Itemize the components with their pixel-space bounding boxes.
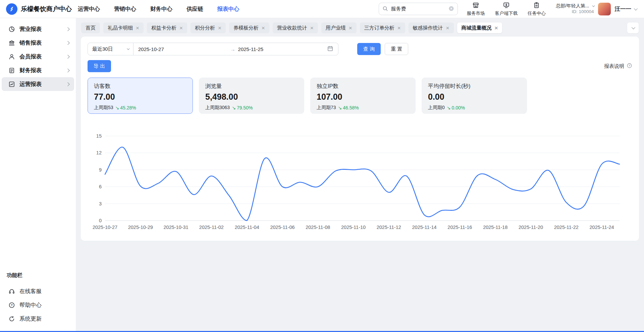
date-preset-select[interactable]: 最近30日 bbox=[88, 43, 133, 55]
client-download-icon bbox=[503, 2, 510, 10]
svg-text:2025-10-29: 2025-10-29 bbox=[128, 225, 153, 230]
svg-text:2025-11-12: 2025-11-12 bbox=[377, 225, 401, 230]
avatar[interactable] bbox=[598, 3, 611, 15]
end-date: 2025-11-25 bbox=[238, 46, 264, 52]
tab-gift-card-detail[interactable]: 礼品卡明细 × bbox=[103, 22, 144, 33]
clear-search-icon[interactable] bbox=[448, 6, 454, 12]
app-logo-icon bbox=[6, 3, 17, 15]
sidebar-item-sales-report[interactable]: 销售报表 bbox=[2, 36, 74, 50]
nav-supply-chain[interactable]: 供应链 bbox=[186, 5, 203, 13]
client-download-button[interactable]: 客户端下载 bbox=[495, 2, 518, 16]
svg-text:9: 9 bbox=[99, 167, 102, 173]
merchant-id: ID: 100004 bbox=[556, 9, 594, 15]
chevron-down-icon bbox=[592, 4, 595, 7]
question-circle-icon: ? bbox=[8, 302, 15, 309]
chevron-down-icon bbox=[632, 26, 635, 29]
close-icon[interactable]: × bbox=[349, 25, 352, 31]
nav-finance-center[interactable]: 财务中心 bbox=[150, 5, 172, 13]
tab-coupon-template-analysis[interactable]: 券模板分析 × bbox=[229, 22, 269, 33]
sidebar-item-online-service[interactable]: 在线客服 bbox=[2, 284, 74, 298]
sidebar-item-business-report[interactable]: 营业报表 bbox=[2, 22, 74, 36]
nav-report-center[interactable]: 报表中心 bbox=[217, 5, 239, 13]
svg-text:2025-11-16: 2025-11-16 bbox=[447, 225, 472, 230]
delta-percent: 46.58% bbox=[343, 105, 359, 110]
search-icon bbox=[382, 6, 388, 12]
bank-icon bbox=[8, 40, 15, 46]
stat-card-pageviews[interactable]: 浏览量 5,498.00 上周期3063 ↘79.50% bbox=[199, 78, 304, 114]
stat-card-visitors[interactable]: 访客数 77.00 上周期53 ↘45.28% bbox=[88, 78, 193, 114]
svg-text:2025-11-10: 2025-11-10 bbox=[341, 225, 366, 230]
chevron-down-icon bbox=[127, 47, 129, 50]
close-icon[interactable]: × bbox=[397, 25, 401, 31]
traffic-trend-chart: 036912152025-10-272025-10-292025-10-3120… bbox=[88, 131, 632, 232]
close-icon[interactable]: × bbox=[310, 25, 314, 31]
svg-text:2025-11-04: 2025-11-04 bbox=[235, 225, 259, 230]
tab-sensitive-operation-stats[interactable]: 敏感操作统计 × bbox=[409, 22, 454, 33]
svg-text:6: 6 bbox=[99, 184, 102, 189]
close-icon[interactable]: × bbox=[495, 25, 498, 31]
close-icon[interactable]: × bbox=[446, 25, 449, 31]
delta-percent: 79.50% bbox=[237, 105, 253, 110]
tab-third-party-order-analysis[interactable]: 三方订单分析 × bbox=[360, 22, 405, 33]
account-area: 总部/年轻人第... ID: 100004 汪一一 bbox=[556, 3, 637, 15]
tab-mall-traffic-overview[interactable]: 商城流量概况 × bbox=[457, 22, 502, 33]
chevron-right-icon bbox=[66, 68, 69, 72]
svg-text:2025-10-27: 2025-10-27 bbox=[93, 225, 117, 230]
tab-home[interactable]: 首页 bbox=[81, 22, 100, 33]
global-search-input[interactable]: 服务费 bbox=[379, 3, 458, 15]
close-icon[interactable]: × bbox=[136, 25, 139, 31]
sidebar-item-system-update[interactable]: 系统更新 bbox=[2, 312, 74, 326]
filter-row: 最近30日 2025-10-27 → 2025-11-25 查 询 重 置 bbox=[88, 43, 632, 55]
prev-period-value: 上周期53 bbox=[94, 105, 113, 111]
function-bar-title: 功能栏 bbox=[0, 272, 76, 284]
tab-business-collection-stats[interactable]: 营业收款统计 × bbox=[273, 22, 318, 33]
chevron-down-icon bbox=[634, 6, 638, 10]
svg-text:0: 0 bbox=[99, 218, 102, 223]
trend-down-icon: ↘ bbox=[338, 105, 342, 110]
export-button[interactable]: 导 出 bbox=[88, 60, 111, 72]
stat-card-unique-ip[interactable]: 独立IP数 107.00 上周期73 ↘46.58% bbox=[310, 78, 416, 114]
tab-benefit-card-analysis[interactable]: 权益卡分析 × bbox=[147, 22, 187, 33]
svg-text:15: 15 bbox=[96, 133, 102, 139]
nav-marketing-center[interactable]: 营销中心 bbox=[114, 5, 136, 13]
date-range-input[interactable]: 2025-10-27 → 2025-11-25 bbox=[133, 43, 338, 55]
stat-cards: 访客数 77.00 上周期53 ↘45.28% 浏览量 5,498.00 上周期… bbox=[88, 78, 632, 114]
close-icon[interactable]: × bbox=[218, 25, 221, 31]
sidebar-item-operation-report[interactable]: 运营报表 bbox=[2, 77, 74, 91]
svg-text:2025-11-06: 2025-11-06 bbox=[270, 225, 294, 230]
reset-button[interactable]: 重 置 bbox=[385, 43, 408, 55]
sidebar-item-help-center[interactable]: ? 帮助中心 bbox=[2, 298, 74, 312]
tab-points-analysis[interactable]: 积分分析 × bbox=[191, 22, 226, 33]
prev-period-value: 上周期73 bbox=[317, 105, 336, 111]
stat-card-avg-stay[interactable]: 平均停留时长(秒) 0.00 上周期0 ↘0.00% bbox=[422, 78, 527, 114]
svg-text:2025-11-08: 2025-11-08 bbox=[306, 225, 330, 230]
delta-percent: 0.00% bbox=[452, 105, 465, 110]
sidebar-item-finance-report[interactable]: 财务报表 bbox=[2, 63, 74, 77]
tab-user-performance[interactable]: 用户业绩 × bbox=[321, 22, 357, 33]
close-icon[interactable]: × bbox=[179, 25, 183, 31]
svg-text:?: ? bbox=[629, 64, 630, 67]
org-switcher[interactable]: 总部/年轻人第... bbox=[556, 3, 594, 9]
calendar-icon bbox=[327, 45, 333, 53]
service-market-button[interactable]: 服务市场 bbox=[467, 2, 485, 16]
range-arrow-icon: → bbox=[228, 46, 238, 52]
brand: 乐檬餐饮商户中心 bbox=[6, 3, 77, 15]
search-value: 服务费 bbox=[391, 6, 406, 12]
task-center-button[interactable]: 任务中心 bbox=[528, 2, 546, 16]
query-button[interactable]: 查 询 bbox=[357, 43, 381, 55]
chevron-right-icon bbox=[66, 55, 69, 58]
svg-text:3: 3 bbox=[99, 201, 102, 206]
close-icon[interactable]: × bbox=[262, 25, 265, 31]
user-menu[interactable]: 汪一一 bbox=[615, 5, 637, 13]
top-nav: 运营中心 营销中心 财务中心 供应链 报表中心 bbox=[78, 5, 239, 13]
sidebar-footer: 功能栏 在线客服 ? 帮助中心 系统更新 bbox=[0, 272, 76, 326]
trend-down-icon: ↘ bbox=[232, 105, 236, 110]
tab-list-dropdown-button[interactable] bbox=[627, 22, 639, 33]
chevron-right-icon bbox=[66, 41, 69, 45]
report-help-link[interactable]: 报表说明 ? bbox=[604, 63, 632, 69]
sidebar-item-member-report[interactable]: 会员报表 bbox=[2, 50, 74, 63]
open-tab-bar: 首页 礼品卡明细 × 权益卡分析 × 积分分析 × 券模板分析 × 营业收款统计… bbox=[76, 18, 644, 37]
nav-operation-center[interactable]: 运营中心 bbox=[78, 5, 100, 13]
delta-percent: 45.28% bbox=[120, 105, 136, 110]
ledger-icon bbox=[8, 67, 15, 74]
